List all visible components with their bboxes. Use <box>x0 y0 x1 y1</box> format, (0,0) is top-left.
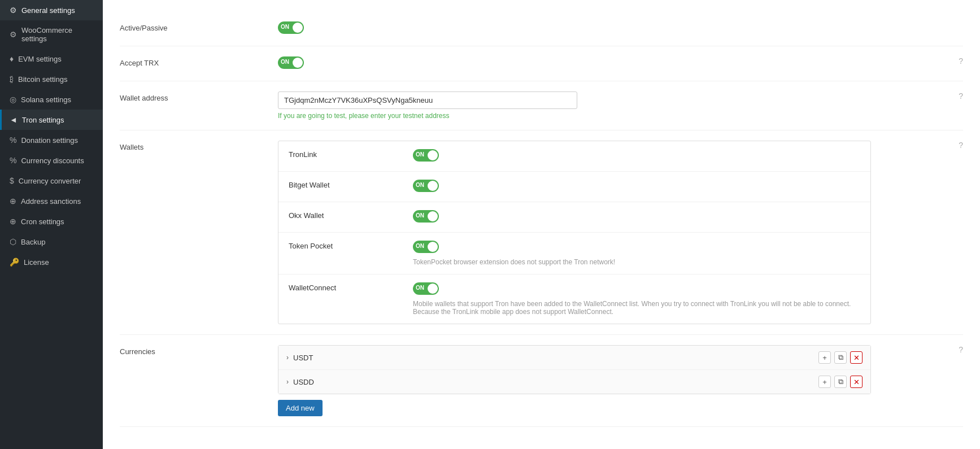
settings-row-wallet-address: Wallet addressIf you are going to test, … <box>120 81 963 130</box>
currency-copy-usdt[interactable]: ⧉ <box>834 351 847 364</box>
main-content: Active/Passive ON Accept TRX ON ?Wallet … <box>103 0 980 449</box>
toggle-accept-trx[interactable]: ON <box>278 56 304 69</box>
sidebar-icon-cron-settings: ⊕ <box>10 217 16 226</box>
toggle-okx-wallet[interactable]: ON <box>413 210 439 223</box>
sidebar-icon-solana-settings: ◎ <box>10 95 16 104</box>
sidebar-item-donation-settings[interactable]: % Donation settings <box>0 130 103 150</box>
currency-remove-usdt[interactable]: ✕ <box>850 351 863 364</box>
wallet-row-tronlink: TronLink ON <box>278 141 870 172</box>
sidebar-label-solana-settings: Solana settings <box>21 95 71 104</box>
sidebar-label-address-sanctions: Address sanctions <box>21 197 81 206</box>
sidebar-icon-donation-settings: % <box>10 136 16 145</box>
content-active-passive: ON <box>278 21 963 36</box>
currency-row-usdt: › USDT + ⧉ ✕ <box>278 346 870 370</box>
sidebar-icon-tron-settings: ◄ <box>10 115 18 124</box>
wallet-name-okx-wallet: Okx Wallet <box>289 210 413 220</box>
wallets-panel: TronLink ON Bitget Wallet ON Okx Wallet … <box>278 141 871 324</box>
wallet-address-input[interactable] <box>278 91 577 109</box>
wallet-name-token-pocket: Token Pocket <box>289 241 413 250</box>
sidebar-label-tron-settings: Tron settings <box>22 116 64 124</box>
sidebar-icon-address-sanctions: ⊕ <box>10 197 16 206</box>
label-wallet-address: Wallet address <box>120 91 278 102</box>
help-icon-wallet-address[interactable]: ? <box>959 91 963 101</box>
toggle-active-passive[interactable]: ON <box>278 21 304 34</box>
wallet-name-tronlink: TronLink <box>289 149 413 159</box>
label-currencies: Currencies <box>120 345 278 356</box>
help-icon-currencies[interactable]: ? <box>959 345 963 354</box>
toggle-slider-walletconnect[interactable]: ON <box>413 282 439 295</box>
sidebar-icon-backup: ⬡ <box>10 237 16 246</box>
toggle-token-pocket[interactable]: ON <box>413 241 439 253</box>
sidebar-item-solana-settings[interactable]: ◎ Solana settings <box>0 89 103 110</box>
settings-row-active-passive: Active/Passive ON <box>120 11 963 46</box>
sidebar-item-backup[interactable]: ⬡ Backup <box>0 232 103 252</box>
wallet-row-token-pocket: Token Pocket ON TokenPocket browser exte… <box>278 233 870 274</box>
content-currencies: › USDT + ⧉ ✕ › USDD + ⧉ ✕ Add new <box>278 345 963 416</box>
help-icon-accept-trx[interactable]: ? <box>959 56 963 66</box>
sidebar-icon-currency-discounts: % <box>10 156 16 165</box>
sidebar-item-cron-settings[interactable]: ⊕ Cron settings <box>0 211 103 232</box>
wallet-row-bitget-wallet: Bitget Wallet ON <box>278 172 870 202</box>
wallet-right-bitget-wallet: ON <box>413 180 860 194</box>
sidebar-icon-currency-converter: $ <box>10 176 14 185</box>
settings-row-wallets: WalletsTronLink ON Bitget Wallet ON Okx … <box>120 130 963 335</box>
currency-name-usdd: USDD <box>293 378 818 386</box>
content-wallet-address: If you are going to test, please enter y… <box>278 91 963 120</box>
wallet-right-tronlink: ON <box>413 149 860 163</box>
sidebar-item-bitcoin-settings[interactable]: ₿ Bitcoin settings <box>0 69 103 89</box>
wallet-note-walletconnect: Mobile wallets that support Tron have be… <box>413 300 860 316</box>
sidebar-label-currency-converter: Currency converter <box>19 177 81 185</box>
sidebar-item-woocommerce-settings[interactable]: ⚙ WooCommerce settings <box>0 20 103 49</box>
sidebar-item-currency-discounts[interactable]: % Currency discounts <box>0 150 103 171</box>
toggle-slider-accept-trx[interactable]: ON <box>278 56 304 69</box>
toggle-slider-bitget-wallet[interactable]: ON <box>413 180 439 192</box>
help-icon-wallets[interactable]: ? <box>959 141 963 150</box>
currencies-panel: › USDT + ⧉ ✕ › USDD + ⧉ ✕ <box>278 345 871 394</box>
toggle-bitget-wallet[interactable]: ON <box>413 180 439 192</box>
wallet-name-bitget-wallet: Bitget Wallet <box>289 180 413 189</box>
label-accept-trx: Accept TRX <box>120 56 278 67</box>
currency-remove-usdd[interactable]: ✕ <box>850 376 863 388</box>
toggle-slider-active-passive[interactable]: ON <box>278 21 304 34</box>
sidebar-label-bitcoin-settings: Bitcoin settings <box>18 75 67 84</box>
toggle-tronlink[interactable]: ON <box>413 149 439 162</box>
wallet-right-walletconnect: ON Mobile wallets that support Tron have… <box>413 282 860 316</box>
sidebar-label-license: License <box>24 258 49 267</box>
wallet-right-okx-wallet: ON <box>413 210 860 224</box>
sidebar-item-tron-settings[interactable]: ◄ Tron settings <box>0 110 103 130</box>
sidebar-label-donation-settings: Donation settings <box>21 136 77 145</box>
currency-actions-usdd: + ⧉ ✕ <box>818 376 863 388</box>
sidebar-item-address-sanctions[interactable]: ⊕ Address sanctions <box>0 191 103 211</box>
content-wallets: TronLink ON Bitget Wallet ON Okx Wallet … <box>278 141 963 324</box>
wallet-row-okx-wallet: Okx Wallet ON <box>278 202 870 233</box>
sidebar-item-license[interactable]: 🔑 License <box>0 252 103 272</box>
settings-row-currencies: Currencies › USDT + ⧉ ✕ › USDD + ⧉ ✕ Add… <box>120 335 963 427</box>
currency-add-usdt[interactable]: + <box>818 351 831 364</box>
toggle-slider-tronlink[interactable]: ON <box>413 149 439 162</box>
wallet-note-token-pocket: TokenPocket browser extension does not s… <box>413 258 860 266</box>
toggle-walletconnect[interactable]: ON <box>413 282 439 295</box>
sidebar-label-currency-discounts: Currency discounts <box>21 156 84 165</box>
sidebar-item-general-settings[interactable]: ⚙ General settings <box>0 0 103 20</box>
toggle-slider-token-pocket[interactable]: ON <box>413 241 439 253</box>
sidebar-icon-general-settings: ⚙ <box>10 6 17 15</box>
add-currency-button[interactable]: Add new <box>278 400 323 416</box>
sidebar-label-evm-settings: EVM settings <box>18 55 62 63</box>
currency-chevron-usdd[interactable]: › <box>286 378 289 386</box>
wallet-name-walletconnect: WalletConnect <box>289 282 413 292</box>
sidebar: ⚙ General settings ⚙ WooCommerce setting… <box>0 0 103 449</box>
currency-add-usdd[interactable]: + <box>818 376 831 388</box>
sidebar-icon-woocommerce-settings: ⚙ <box>10 30 17 39</box>
sidebar-item-evm-settings[interactable]: ♦ EVM settings <box>0 49 103 69</box>
label-wallets: Wallets <box>120 141 278 151</box>
wallet-address-hint: If you are going to test, please enter y… <box>278 112 963 120</box>
toggle-slider-okx-wallet[interactable]: ON <box>413 210 439 223</box>
sidebar-icon-license: 🔑 <box>10 258 19 267</box>
label-active-passive: Active/Passive <box>120 21 278 32</box>
currency-copy-usdd[interactable]: ⧉ <box>834 376 847 388</box>
wallet-row-walletconnect: WalletConnect ON Mobile wallets that sup… <box>278 274 870 324</box>
sidebar-icon-evm-settings: ♦ <box>10 54 14 63</box>
sidebar-label-backup: Backup <box>21 238 45 246</box>
sidebar-item-currency-converter[interactable]: $ Currency converter <box>0 171 103 191</box>
currency-chevron-usdt[interactable]: › <box>286 354 289 361</box>
